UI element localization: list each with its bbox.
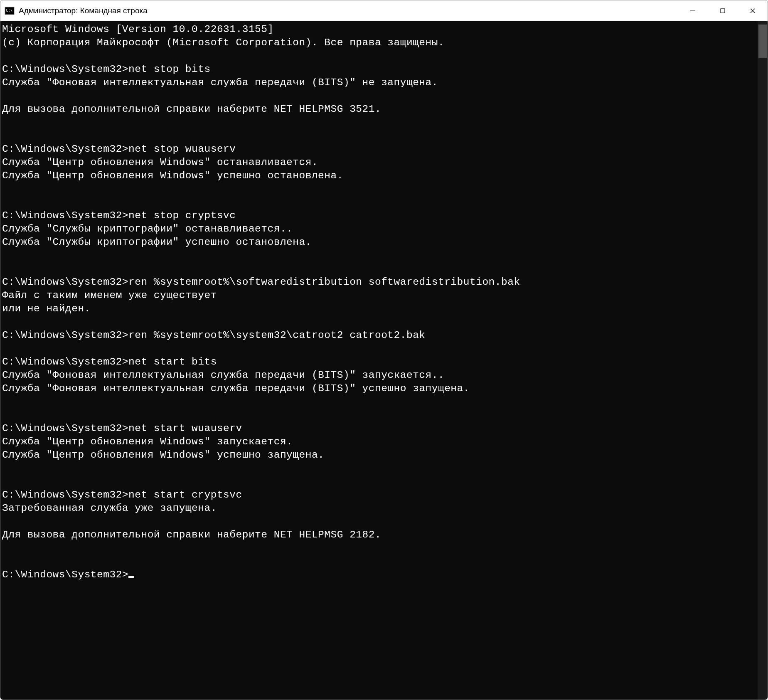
terminal-output[interactable]: Microsoft Windows [Version 10.0.22631.31…	[0, 21, 758, 700]
svg-text:C:\: C:\	[6, 8, 12, 12]
cmd-icon: C:\	[5, 6, 15, 16]
titlebar[interactable]: C:\ Администратор: Командная строка	[0, 0, 768, 21]
close-button[interactable]	[738, 0, 768, 21]
minimize-button[interactable]	[678, 0, 708, 21]
command-prompt-window: C:\ Администратор: Командная строка Micr…	[0, 0, 768, 700]
maximize-button[interactable]	[708, 0, 738, 21]
terminal-area: Microsoft Windows [Version 10.0.22631.31…	[0, 21, 768, 700]
scrollbar[interactable]	[758, 21, 768, 700]
svg-rect-3	[721, 9, 725, 13]
window-title: Администратор: Командная строка	[19, 6, 678, 15]
scrollbar-thumb[interactable]	[758, 25, 767, 58]
window-controls	[678, 0, 768, 21]
